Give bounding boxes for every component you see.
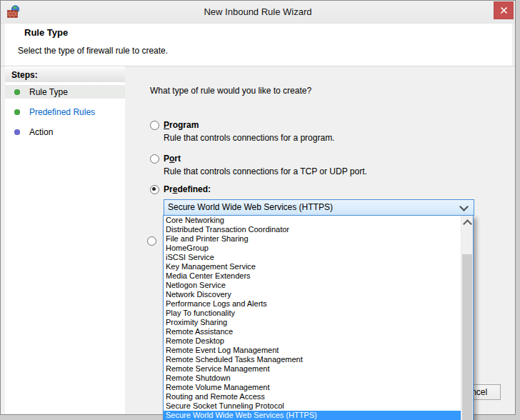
list-item[interactable]: Netlogon Service [164, 281, 461, 290]
wizard-header: Rule Type Select the type of firewall ru… [5, 24, 512, 66]
page-title: Rule Type [24, 27, 68, 38]
chevron-down-icon [459, 202, 469, 211]
steps-heading: Steps: [5, 68, 125, 82]
custom-radio[interactable] [147, 236, 156, 246]
steps-list: Rule TypePredefined RulesAction [5, 85, 125, 139]
list-item[interactable]: Remote Shutdown [164, 374, 461, 383]
list-item[interactable]: Remote Assistance [164, 327, 461, 336]
window-title: New Inbound Rule Wizard [1, 1, 515, 23]
step-label: Predefined Rules [29, 107, 95, 117]
list-item[interactable]: HomeGroup [164, 244, 461, 253]
sidebar-item-rule-type: Rule Type [5, 85, 125, 99]
close-button[interactable] [494, 1, 514, 19]
combobox-value: Secure World Wide Web Services (HTTPS) [168, 200, 333, 215]
list-item[interactable]: Remote Volume Management [164, 383, 461, 392]
list-item[interactable]: Routing and Remote Access [164, 392, 461, 401]
predefined-combobox[interactable]: Secure World Wide Web Services (HTTPS) [164, 199, 474, 216]
close-icon [500, 6, 508, 14]
page-subtitle: Select the type of firewall rule to crea… [18, 46, 168, 56]
list-item[interactable]: Remote Service Management [164, 364, 461, 374]
port-description: Rule that controls connections for a TCP… [164, 166, 367, 176]
predefined-radio[interactable] [150, 185, 159, 194]
list-item[interactable]: Play To functionality [164, 309, 461, 318]
list-item[interactable]: Network Discovery [164, 290, 461, 299]
list-item[interactable]: Key Management Service [164, 262, 461, 271]
scrollbar-thumb[interactable] [462, 254, 472, 420]
predefined-dropdown: Core NetworkingDistributed Transaction C… [163, 215, 474, 420]
list-item[interactable]: Secure Socket Tunneling Protocol [164, 401, 461, 411]
predefined-radio-label[interactable]: Predefined: [164, 184, 211, 194]
program-radio-label[interactable]: Program [164, 120, 199, 130]
list-item[interactable]: Remote Desktop [164, 336, 461, 346]
list-item[interactable]: Remote Scheduled Tasks Management [164, 355, 461, 364]
list-item[interactable]: iSCSI Service [164, 253, 461, 262]
port-radio[interactable] [150, 154, 159, 164]
list-item[interactable]: Distributed Transaction Coordinator [164, 225, 461, 234]
list-item[interactable]: File and Printer Sharing [164, 234, 461, 244]
list-item[interactable]: Proximity Sharing [164, 318, 461, 327]
sidebar-item-action: Action [5, 125, 125, 139]
rule-type-question: What type of rule would you like to crea… [150, 86, 311, 96]
step-label: Rule Type [29, 87, 68, 97]
program-radio[interactable] [150, 121, 159, 130]
step-label: Action [29, 127, 53, 137]
screen: { "colors": { "selection_blue": "#3399ff… [0, 0, 520, 420]
sidebar-item-predefined-rules[interactable]: Predefined Rules [5, 105, 125, 119]
list-item[interactable]: Secure World Wide Web Services (HTTPS) [164, 411, 461, 420]
chevron-up-icon [463, 219, 472, 229]
list-item[interactable]: Remote Event Log Management [164, 346, 461, 355]
step-bullet-icon [14, 129, 20, 135]
steps-sidebar: Steps: Rule TypePredefined RulesAction [5, 66, 125, 414]
predefined-dropdown-list: Core NetworkingDistributed Transaction C… [164, 216, 461, 420]
scroll-up-button[interactable] [461, 216, 473, 228]
program-description: Rule that controls connections for a pro… [164, 133, 334, 143]
step-bullet-icon [14, 109, 20, 115]
list-item[interactable]: Core Networking [164, 216, 461, 225]
titlebar: New Inbound Rule Wizard [1, 1, 515, 24]
list-item[interactable]: Media Center Extenders [164, 271, 461, 281]
step-bullet-icon [14, 89, 20, 95]
list-item[interactable]: Performance Logs and Alerts [164, 299, 461, 309]
dropdown-scrollbar[interactable] [461, 216, 473, 420]
port-radio-label[interactable]: Port [164, 154, 181, 164]
